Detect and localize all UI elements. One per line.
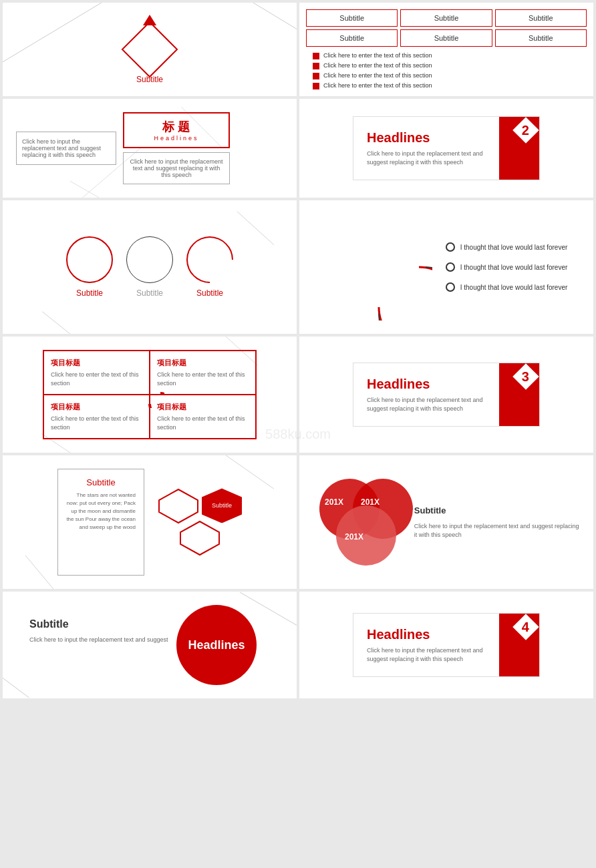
bullet-icon-2 (446, 262, 455, 272)
venn-body: Click here to input the replacement text… (414, 522, 580, 539)
list-item-1: Click here to enter the text of this sec… (313, 52, 587, 59)
hex-outline-1 (158, 488, 199, 524)
subtitle-box-2: Subtitle (400, 9, 492, 27)
cell-4-2: Headlines Click here to input the replac… (299, 337, 593, 453)
project-cell-4: 项目标题 Click here to enter the text of thi… (150, 395, 256, 439)
proj-title-2: 项目标题 (157, 358, 249, 368)
project-cell-1: 项目标题 Click here to enter the text of thi… (43, 351, 150, 395)
headlines-card: Headlines Click here to input the replac… (353, 116, 540, 180)
hex-outline-2 (179, 520, 220, 556)
cell-5-2: 201X 201X 201X Subtitle Click here to in… (299, 455, 593, 589)
headlines-title: Headlines (367, 130, 486, 146)
proj-body-2: Click here to enter the text of this sec… (157, 371, 249, 387)
bullet-icon-1 (446, 242, 455, 252)
title-zh: 标 题 (135, 119, 218, 135)
cell-6-1: Subtitle Click here to input the replace… (3, 592, 297, 698)
venn-label-1: 201X (325, 497, 343, 507)
subtitle-box-6: Subtitle (495, 29, 587, 47)
cell-6-2: Headlines Click here to input the replac… (299, 592, 593, 698)
cell-2-2: Headlines Click here to input the replac… (299, 99, 593, 198)
subtitle-box-1: Subtitle (306, 9, 398, 27)
circles-row: Subtitle Subtitle Subtitle (66, 236, 233, 298)
input-box-1[interactable]: Click here to input the replacement text… (16, 132, 116, 165)
circle-subtitle-2: Subtitle (136, 288, 163, 298)
proj-title-3: 项目标题 (51, 402, 142, 412)
list-right-item-2: I thought that love would last forever (446, 262, 568, 272)
title-block: 标 题 Headlines (123, 112, 230, 148)
svg-line-6 (42, 312, 70, 334)
subtitle-box-4: Subtitle (306, 29, 398, 47)
main-grid: Subtitle Subtitle Subtitle Subtitle Subt… (0, 0, 596, 701)
proj-body-3: Click here to enter the text of this sec… (51, 415, 142, 431)
subtitle-grid: Subtitle Subtitle Subtitle Subtitle Subt… (306, 9, 587, 47)
cell-5-1: Subtitle The stars are not wanted now: p… (3, 455, 297, 589)
headlines-card-2: Headlines Click here to input the replac… (353, 363, 540, 427)
svg-line-9 (226, 455, 274, 489)
text-box-left: Subtitle The stars are not wanted now: p… (57, 469, 144, 576)
proj-title-4: 项目标题 (157, 402, 249, 412)
venn-label-3: 201X (345, 532, 363, 541)
headlines-body-3: Click here to input the replacement text… (367, 646, 486, 663)
proj-body-1: Click here to enter the text of this sec… (51, 371, 142, 387)
bullet-icon-3 (446, 282, 455, 292)
cell-1-2: Subtitle Subtitle Subtitle Subtitle Subt… (299, 3, 593, 96)
circle-icon-2 (126, 236, 173, 283)
arc-svg (325, 214, 432, 320)
number-badge-2: 3 (512, 363, 539, 390)
headlines-card-3: Headlines Click here to input the replac… (353, 613, 540, 677)
cell-3-2: I thought that love would last forever I… (299, 200, 593, 334)
diamond-icon (122, 21, 178, 78)
red-square-icon (313, 63, 319, 69)
venn-label-2: 201X (361, 497, 380, 507)
subtitle-big: Subtitle (29, 618, 270, 630)
input-box-2[interactable]: Click here to input the replacement text… (123, 152, 230, 184)
subtitle-box-5: Subtitle (400, 29, 492, 47)
circle-icon-1 (66, 236, 113, 283)
list-right-item-1: I thought that love would last forever (446, 242, 568, 252)
cell-2-1: Click here to input the replacement text… (3, 99, 297, 198)
svg-line-0 (3, 3, 102, 62)
title-en: Headlines (135, 135, 218, 142)
venn-subtitle: Subtitle (414, 505, 580, 515)
svg-marker-12 (180, 521, 219, 555)
circle-item-3: Subtitle (186, 236, 233, 298)
svg-line-14 (3, 678, 29, 698)
red-square-icon (313, 73, 319, 79)
red-square-icon (313, 83, 319, 89)
number-badge-3: 4 (512, 614, 539, 640)
headlines-body: Click here to input the replacement text… (367, 150, 486, 166)
hex-row-bottom (179, 519, 220, 556)
headlines-right-3: 4 (499, 614, 539, 676)
list-item-2: Click here to enter the text of this sec… (313, 62, 587, 69)
tb-body: The stars are not wanted now: put out ev… (66, 491, 136, 531)
headlines-left: Headlines Click here to input the replac… (353, 117, 499, 180)
headlines-left-3: Headlines Click here to input the replac… (353, 614, 499, 676)
list-item-4: Click here to enter the text of this sec… (313, 82, 587, 89)
venn-diagram: 201X 201X 201X (313, 479, 401, 566)
headlines-left-2: Headlines Click here to input the replac… (353, 363, 499, 426)
cell-1-1: Subtitle (3, 3, 297, 96)
circle-subtitle-3: Subtitle (196, 288, 223, 298)
proj-title-1: 项目标题 (51, 358, 142, 368)
proj-body-4: Click here to enter the text of this sec… (157, 415, 249, 431)
list-items: Click here to enter the text of this sec… (306, 52, 587, 89)
headlines-right-2: 3 (499, 363, 539, 426)
c-logo-icon (135, 379, 164, 411)
cell-3-1: Subtitle Subtitle Subtitle (3, 200, 297, 334)
svg-line-5 (237, 212, 274, 245)
body-text: Click here to input the replacement text… (29, 636, 270, 645)
hex-filled: Subtitle (202, 488, 242, 523)
hex-group: Subtitle (158, 491, 242, 554)
project-cell-3: 项目标题 Click here to enter the text of thi… (43, 395, 150, 439)
list-right-item-3: I thought that love would last forever (446, 282, 568, 292)
project-cell-2: 项目标题 Click here to enter the text of thi… (150, 351, 256, 395)
red-square-icon (313, 53, 319, 59)
project-grid: 项目标题 Click here to enter the text of thi… (43, 350, 257, 439)
text-container: Click here to input the replacement text… (16, 112, 283, 184)
svg-marker-11 (159, 489, 198, 523)
list-item-3: Click here to enter the text of this sec… (313, 72, 587, 79)
circle-subtitle-1: Subtitle (76, 288, 103, 298)
subtitle-box-3: Subtitle (495, 9, 587, 27)
headlines-right: 2 (499, 117, 539, 180)
headlines-title-2: Headlines (367, 377, 486, 392)
